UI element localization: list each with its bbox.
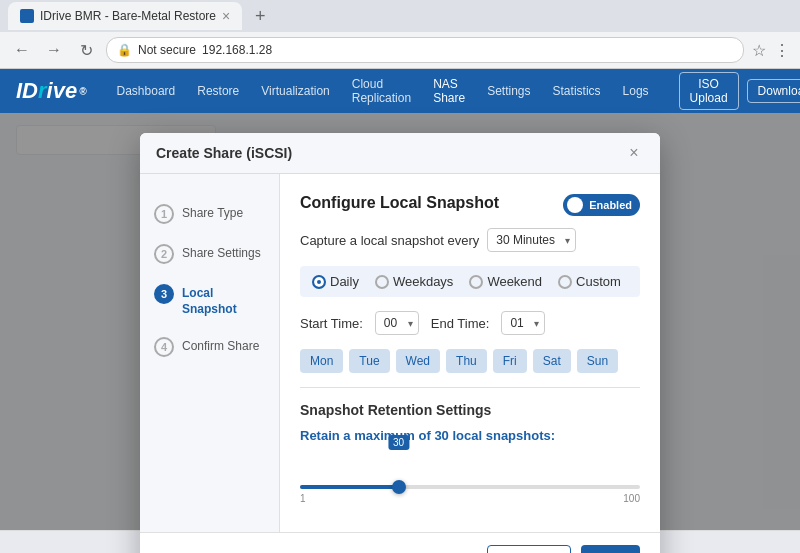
app-content: Create Share (iSCSI) × 1 Share Type 2 Sh… xyxy=(0,113,800,530)
start-time-select[interactable]: 00 01 02 xyxy=(375,311,419,335)
step-2[interactable]: 2 Share Settings xyxy=(140,234,279,274)
start-time-label: Start Time: xyxy=(300,316,363,331)
capture-frequency-row: Capture a local snapshot every 30 Minute… xyxy=(300,228,640,252)
tab-title: IDrive BMR - Bare-Metal Restore xyxy=(40,9,216,23)
end-time-label: End Time: xyxy=(431,316,490,331)
radio-daily-label: Daily xyxy=(330,274,359,289)
step-4-number: 4 xyxy=(154,337,174,357)
slider-max-label: 100 xyxy=(623,493,640,504)
radio-custom-label: Custom xyxy=(576,274,621,289)
step-1-number: 1 xyxy=(154,204,174,224)
radio-weekend-dot xyxy=(469,275,483,289)
app-logo: IDrive ® xyxy=(16,78,87,104)
slider-track xyxy=(300,485,640,489)
end-time-select[interactable]: 01 02 03 xyxy=(501,311,545,335)
step-3[interactable]: 3 Local Snapshot xyxy=(140,274,279,327)
step-3-label: Local Snapshot xyxy=(182,284,265,317)
enabled-toggle[interactable]: Enabled xyxy=(563,194,640,216)
modal-overlay: Create Share (iSCSI) × 1 Share Type 2 Sh… xyxy=(0,113,800,530)
nav-cloud-replication[interactable]: Cloud Replication xyxy=(342,71,421,111)
section-header-row: Configure Local Snapshot Enabled xyxy=(300,194,640,228)
modal-title: Create Share (iSCSI) xyxy=(156,145,292,161)
nav-restore[interactable]: Restore xyxy=(187,78,249,104)
step-4[interactable]: 4 Confirm Share xyxy=(140,327,279,367)
modal: Create Share (iSCSI) × 1 Share Type 2 Sh… xyxy=(140,133,660,553)
steps-sidebar: 1 Share Type 2 Share Settings 3 Local Sn… xyxy=(140,174,280,532)
day-thu[interactable]: Thu xyxy=(446,349,487,373)
modal-footer: Previous Next xyxy=(140,532,660,553)
downloads-button[interactable]: Downloads xyxy=(747,79,800,103)
frequency-select-wrapper: 30 Minutes 15 Minutes 1 Hour 2 Hours xyxy=(487,228,576,252)
back-button[interactable]: ← xyxy=(10,38,34,62)
app-header: IDrive ® Dashboard Restore Virtualizatio… xyxy=(0,69,800,113)
retention-text-post: local snapshots: xyxy=(452,428,555,443)
radio-custom-dot xyxy=(558,275,572,289)
capture-label: Capture a local snapshot every xyxy=(300,233,479,248)
time-row: Start Time: 00 01 02 End Time: 01 xyxy=(300,311,640,335)
nav-nas-share[interactable]: NAS Share xyxy=(423,71,475,111)
step-1-label: Share Type xyxy=(182,204,243,222)
url-text: 192.168.1.28 xyxy=(202,43,272,57)
radio-weekend[interactable]: Weekend xyxy=(469,274,542,289)
step-3-number: 3 xyxy=(154,284,174,304)
toggle-label: Enabled xyxy=(589,199,632,211)
not-secure-label: Not secure xyxy=(138,43,196,57)
radio-weekdays[interactable]: Weekdays xyxy=(375,274,453,289)
retention-slider-container: 30 1 100 xyxy=(300,457,640,504)
slider-thumb[interactable] xyxy=(392,480,406,494)
slider-min-label: 1 xyxy=(300,493,306,504)
slider-fill xyxy=(300,485,399,489)
section-divider xyxy=(300,387,640,388)
browser-toolbar-right: ☆ ⋮ xyxy=(752,41,790,60)
schedule-radio-group: Daily Weekdays Weekend Custom xyxy=(300,266,640,297)
tab-close-icon[interactable]: × xyxy=(222,9,230,23)
nav-virtualization[interactable]: Virtualization xyxy=(251,78,339,104)
nav-logs[interactable]: Logs xyxy=(613,78,659,104)
previous-button[interactable]: Previous xyxy=(487,545,572,553)
retention-text-pre: Retain a maximum of xyxy=(300,428,431,443)
day-sun[interactable]: Sun xyxy=(577,349,618,373)
tab-favicon xyxy=(20,9,34,23)
end-time-wrapper: 01 02 03 xyxy=(501,311,545,335)
next-button[interactable]: Next xyxy=(581,545,640,553)
nav-statistics[interactable]: Statistics xyxy=(543,78,611,104)
radio-custom[interactable]: Custom xyxy=(558,274,621,289)
nav-settings[interactable]: Settings xyxy=(477,78,540,104)
day-fri[interactable]: Fri xyxy=(493,349,527,373)
day-buttons: Mon Tue Wed Thu Fri Sat Sun xyxy=(300,349,640,373)
browser-tab[interactable]: IDrive BMR - Bare-Metal Restore × xyxy=(8,2,242,30)
refresh-button[interactable]: ↻ xyxy=(74,38,98,62)
logo-registered: ® xyxy=(79,86,86,97)
slider-value-bubble: 30 xyxy=(388,435,409,450)
day-sat[interactable]: Sat xyxy=(533,349,571,373)
step-1[interactable]: 1 Share Type xyxy=(140,194,279,234)
modal-close-button[interactable]: × xyxy=(624,143,644,163)
day-tue[interactable]: Tue xyxy=(349,349,389,373)
day-mon[interactable]: Mon xyxy=(300,349,343,373)
day-wed[interactable]: Wed xyxy=(396,349,440,373)
retention-value: 30 xyxy=(434,428,448,443)
menu-icon[interactable]: ⋮ xyxy=(774,41,790,60)
iso-upload-button[interactable]: ISO Upload xyxy=(679,72,739,110)
lock-icon: 🔒 xyxy=(117,43,132,57)
star-icon[interactable]: ☆ xyxy=(752,41,766,60)
radio-weekend-label: Weekend xyxy=(487,274,542,289)
app-header-right: ISO Upload Downloads 👤 Admin ▼ xyxy=(679,72,800,110)
step-4-label: Confirm Share xyxy=(182,337,259,355)
radio-daily-dot xyxy=(312,275,326,289)
radio-daily[interactable]: Daily xyxy=(312,274,359,289)
browser-tabs: IDrive BMR - Bare-Metal Restore × + xyxy=(0,0,800,32)
forward-button[interactable]: → xyxy=(42,38,66,62)
nav-dashboard[interactable]: Dashboard xyxy=(107,78,186,104)
step-2-number: 2 xyxy=(154,244,174,264)
address-bar[interactable]: 🔒 Not secure 192.168.1.28 xyxy=(106,37,744,63)
radio-weekdays-label: Weekdays xyxy=(393,274,453,289)
new-tab-button[interactable]: + xyxy=(246,2,274,30)
retention-text: Retain a maximum of 30 local snapshots: xyxy=(300,428,640,443)
step-2-label: Share Settings xyxy=(182,244,261,262)
frequency-select[interactable]: 30 Minutes 15 Minutes 1 Hour 2 Hours xyxy=(487,228,576,252)
modal-header: Create Share (iSCSI) × xyxy=(140,133,660,174)
modal-body: 1 Share Type 2 Share Settings 3 Local Sn… xyxy=(140,174,660,532)
app-nav: Dashboard Restore Virtualization Cloud R… xyxy=(107,71,659,111)
section-title: Configure Local Snapshot xyxy=(300,194,499,212)
